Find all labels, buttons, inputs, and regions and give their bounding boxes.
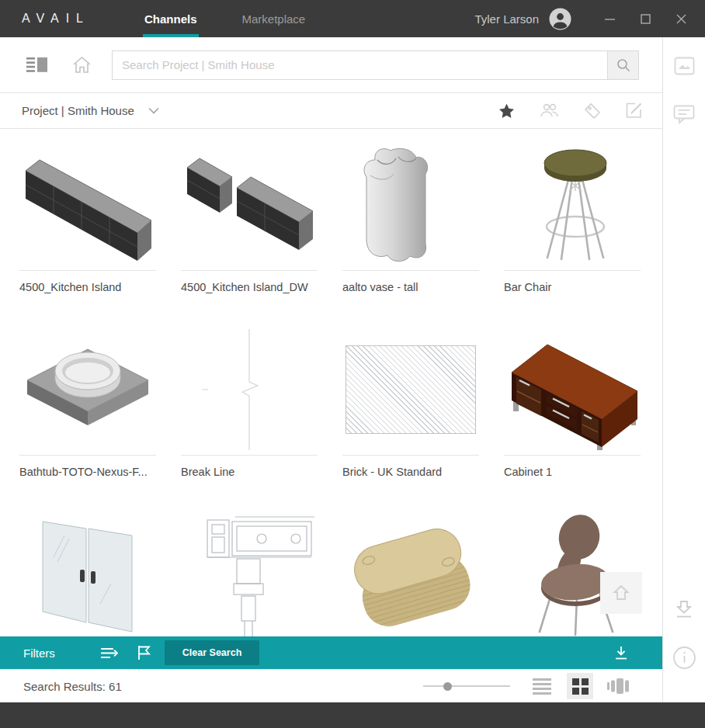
- asset-card[interactable]: aalto vase - tall: [342, 140, 479, 324]
- status-bar: Search Results: 61: [0, 669, 662, 702]
- carousel-view-button[interactable]: [605, 673, 631, 699]
- grid-view-icon: [572, 678, 589, 695]
- card-label: 4500_Kitchen Island: [19, 281, 156, 293]
- avatar-icon: [549, 8, 571, 30]
- thumb-bar-chair: [504, 140, 641, 270]
- scroll-top-icon: [611, 583, 631, 603]
- search-box: [112, 50, 639, 80]
- asset-card[interactable]: Break Line: [181, 324, 318, 509]
- card-label: Cabinet 1: [504, 466, 641, 478]
- close-icon[interactable]: [663, 0, 699, 37]
- search-results-count: Search Results: 61: [23, 680, 122, 693]
- sidebar-bottom-group: [672, 600, 696, 670]
- thumb-kitchen-island: [19, 140, 156, 270]
- grid-view-button[interactable]: [567, 673, 593, 699]
- tab-marketplace-label: Marketplace: [242, 12, 306, 26]
- panel-toggle-icon[interactable]: [26, 57, 47, 73]
- card-divider: [504, 270, 641, 271]
- footer-bar: [0, 702, 705, 728]
- asset-grid-area: 4500_Kitchen Island: [0, 129, 662, 636]
- flag-icon[interactable]: [137, 645, 151, 660]
- sidebar-top-group: [673, 57, 695, 124]
- tab-marketplace[interactable]: Marketplace: [231, 0, 317, 37]
- slider-track[interactable]: [423, 685, 510, 687]
- card-label: 4500_Kitchen Island_DW: [181, 281, 318, 293]
- asset-card[interactable]: Bathtub-TOTO-Nexus-F...: [19, 324, 156, 509]
- tag-icon[interactable]: [584, 102, 601, 120]
- card-label: Bar Chair: [504, 281, 641, 293]
- list-view-button[interactable]: [529, 673, 555, 699]
- carousel-view-icon: [607, 677, 629, 695]
- avail-logo: AVAIL: [22, 0, 90, 37]
- star-icon[interactable]: [498, 103, 515, 119]
- main-tabs: Channels Marketplace: [134, 0, 339, 37]
- card-divider: [342, 270, 479, 271]
- thumb-cabinet: [504, 324, 641, 455]
- scroll-top-button[interactable]: [600, 572, 642, 614]
- sort-lines-icon[interactable]: [100, 647, 119, 660]
- thumb-brick-hatch: [342, 324, 479, 455]
- tab-channels[interactable]: Channels: [134, 0, 208, 37]
- zoom-slider-thumb[interactable]: [443, 682, 452, 691]
- asset-card[interactable]: [342, 509, 479, 636]
- card-label: Break Line: [181, 466, 318, 478]
- project-bar: Project | Smith House: [0, 93, 662, 129]
- chevron-down-icon: [148, 107, 159, 114]
- titlebar: AVAIL Channels Marketplace Tyler Larson: [0, 0, 705, 37]
- maximize-icon[interactable]: [627, 0, 663, 37]
- list-view-icon: [533, 678, 551, 695]
- card-divider: [342, 455, 479, 456]
- card-divider: [181, 455, 318, 456]
- download-tray-icon[interactable]: [675, 600, 693, 619]
- image-icon[interactable]: [674, 57, 695, 75]
- thumb-radiator: [342, 509, 479, 636]
- project-selector-label: Project | Smith House: [22, 104, 134, 117]
- thumb-bathtub: [19, 324, 156, 455]
- asset-grid: 4500_Kitchen Island: [0, 129, 662, 636]
- search-input[interactable]: [113, 51, 607, 79]
- tab-channels-label: Channels: [144, 12, 197, 26]
- minimize-icon[interactable]: [592, 0, 627, 37]
- asset-card[interactable]: [19, 509, 156, 636]
- card-divider: [504, 455, 641, 456]
- comment-icon[interactable]: [673, 105, 695, 124]
- thumb-detail-drawing: [181, 509, 318, 636]
- edit-icon[interactable]: [626, 102, 642, 119]
- asset-card[interactable]: 4500_Kitchen Island: [19, 140, 156, 324]
- card-divider: [181, 270, 318, 271]
- filters-title: Filters: [23, 647, 55, 660]
- card-label: aalto vase - tall: [342, 281, 479, 293]
- asset-card[interactable]: Cabinet 1: [504, 324, 641, 509]
- info-icon[interactable]: [672, 646, 696, 670]
- filter-bar: Filters Clear Search: [0, 636, 662, 669]
- card-label: Bathtub-TOTO-Nexus-F...: [19, 466, 156, 478]
- search-icon: [616, 58, 630, 72]
- asset-card[interactable]: Brick - UK Standard: [342, 324, 479, 509]
- thumb-aalto-vase: [342, 140, 479, 270]
- asset-card[interactable]: 4500_Kitchen Island_DW: [181, 140, 318, 324]
- thumb-break-line: [181, 324, 318, 455]
- card-divider: [19, 455, 156, 456]
- avail-app-window: AVAIL Channels Marketplace Tyler Larson: [0, 0, 705, 728]
- card-label: Brick - UK Standard: [342, 466, 479, 478]
- search-toolbar: [0, 37, 662, 93]
- search-button[interactable]: [607, 51, 638, 79]
- clear-search-button[interactable]: Clear Search: [165, 640, 259, 665]
- asset-card[interactable]: Bar Chair: [504, 140, 641, 324]
- users-icon[interactable]: [540, 103, 559, 118]
- thumb-glass-doors: [19, 509, 156, 636]
- user-menu[interactable]: Tyler Larson: [474, 0, 571, 37]
- thumbnail-size-slider[interactable]: [423, 681, 510, 692]
- thumb-kitchen-island-dw: [181, 140, 318, 270]
- window-controls: [592, 0, 705, 37]
- right-sidebar: [662, 37, 705, 702]
- project-actions: [498, 102, 642, 120]
- home-icon[interactable]: [72, 56, 92, 74]
- asset-card[interactable]: [181, 509, 318, 636]
- card-divider: [19, 270, 156, 271]
- project-selector[interactable]: Project | Smith House: [22, 104, 159, 117]
- user-name: Tyler Larson: [474, 12, 539, 26]
- download-icon[interactable]: [614, 646, 628, 660]
